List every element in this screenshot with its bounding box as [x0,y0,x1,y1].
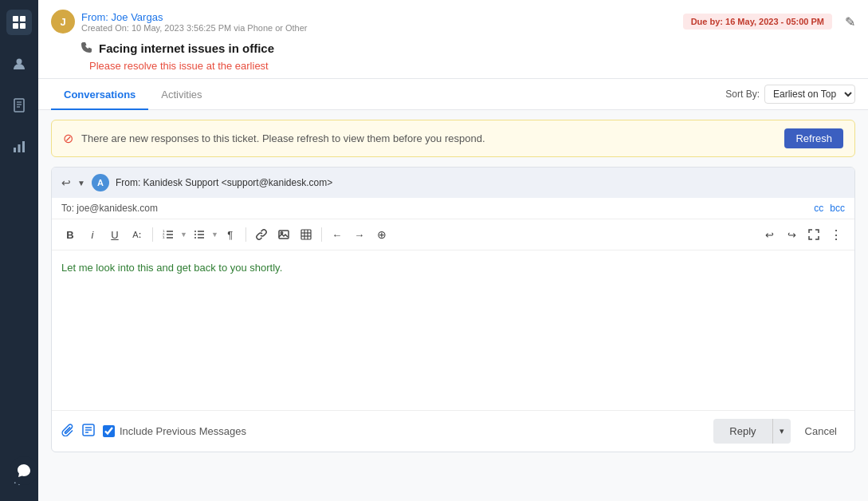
svg-rect-0 [13,16,18,22]
reply-compose-box: ↩ ▼ A From: Kanidesk Support <support@ka… [51,167,855,452]
svg-rect-2 [13,23,18,29]
reply-dropdown-arrow[interactable]: ▾ [772,419,791,444]
reply-footer: Include Previous Messages Reply ▾ Cancel [52,410,854,452]
main-content: J From: Joe Vargas Created On: 10 May, 2… [38,0,868,501]
ticket-header: J From: Joe Vargas Created On: 10 May, 2… [38,0,868,79]
insert-template-button[interactable] [82,424,95,440]
sidebar-icon-chart[interactable] [6,134,32,160]
ticket-description: Please resolve this issue at the earlies… [51,58,855,72]
include-previous-label[interactable]: Include Previous Messages [103,425,246,437]
ticket-from-name: From: Joe Vargas [81,11,677,23]
sort-by-label: Sort By: [725,89,760,100]
toolbar-italic[interactable]: i [82,224,103,245]
refresh-button[interactable]: Refresh [784,128,843,148]
toolbar-underline[interactable]: U [104,224,125,245]
phone-icon [81,41,92,55]
svg-text:3.: 3. [163,235,165,239]
reply-cc-button[interactable]: cc [814,203,823,214]
editor-toolbar: B i U Aː 1.2.3. ▼ ▼ ¶ [52,219,854,250]
svg-point-24 [194,237,196,239]
toolbar-paragraph[interactable]: ¶ [220,224,241,245]
from-value: Joe Vargas [112,11,163,23]
unordered-list-dropdown[interactable]: ▼ [211,231,218,239]
toolbar-right-actions: ↩ ↪ ⋮ [759,224,846,245]
reply-header: ↩ ▼ A From: Kanidesk Support <support@ka… [52,168,854,198]
toolbar-table[interactable] [296,224,316,245]
toolbar-separator-3 [321,227,322,242]
notification-text: There are new responses to this ticket. … [81,132,776,144]
svg-point-4 [17,59,22,65]
toolbar-redo[interactable]: ↪ [781,224,802,245]
toolbar-bold[interactable]: B [60,224,81,245]
svg-point-22 [194,231,196,232]
svg-rect-25 [279,231,289,239]
sidebar-icon-contacts[interactable] [6,51,32,77]
svg-rect-1 [20,16,26,22]
reply-from-avatar: A [92,174,109,191]
reply-body-text: Let me look into this and get back to yo… [61,262,282,274]
svg-point-23 [194,234,196,235]
reply-to-row: To: joe@kanidesk.com cc bcc [52,198,854,219]
toolbar-font-size[interactable]: Aː [127,224,147,245]
include-previous-checkbox[interactable] [103,425,115,437]
tab-conversations[interactable]: Conversations [51,79,148,110]
reply-to-label: To: joe@kanidesk.com [61,203,814,214]
svg-rect-10 [18,144,21,152]
sort-select[interactable]: Earliest on Top [764,85,855,104]
toolbar-link[interactable] [251,224,272,245]
sidebar-icon-book[interactable] [6,93,32,118]
svg-rect-5 [14,99,24,112]
avatar: J [51,10,75,34]
attach-file-button[interactable] [61,424,74,440]
toolbar-arrow-right[interactable]: → [349,224,370,245]
tabs-row: Conversations Activities Sort By: Earlie… [38,79,868,110]
svg-rect-11 [22,141,25,152]
include-previous-text: Include Previous Messages [120,425,246,437]
tab-activities[interactable]: Activities [148,79,214,110]
cancel-button[interactable]: Cancel [797,419,845,444]
toolbar-arrow-left[interactable]: ← [327,224,348,245]
sort-by: Sort By: Earliest on Top [725,85,855,104]
toolbar-separator-1 [152,227,153,242]
reply-bcc-button[interactable]: bcc [830,203,845,214]
warning-icon: ⊘ [63,131,73,146]
toolbar-ordered-list[interactable]: 1.2.3. [158,224,179,245]
reply-dropdown-icon[interactable]: ▼ [77,179,85,187]
reply-editor[interactable]: Let me look into this and get back to yo… [52,250,854,410]
conversations-area: ⊘ There are new responses to this ticket… [38,110,868,501]
reply-back-icon[interactable]: ↩ [61,176,71,189]
toolbar-image[interactable] [273,224,294,245]
reply-button-group: Reply ▾ [713,419,790,444]
toolbar-expand[interactable] [803,224,824,245]
toolbar-undo[interactable]: ↩ [759,224,780,245]
sidebar-icon-grid[interactable] [6,10,32,35]
toolbar-unordered-list[interactable] [189,224,210,245]
reply-button[interactable]: Reply [713,419,772,444]
toolbar-separator-2 [245,227,246,242]
edit-icon[interactable]: ✎ [845,14,855,30]
ordered-list-dropdown[interactable]: ▼ [180,231,187,239]
chat-fab[interactable] [10,456,38,485]
svg-rect-27 [301,230,311,239]
notification-banner: ⊘ There are new responses to this ticket… [51,120,855,157]
toolbar-plus[interactable]: ⊕ [371,224,392,245]
reply-from-text: From: Kanidesk Support <support@kanidesk… [116,177,332,188]
toolbar-more[interactable]: ⋮ [826,224,846,245]
svg-rect-3 [20,23,26,29]
ticket-created: Created On: 10 May, 2023 3:56:25 PM via … [81,23,677,33]
svg-rect-9 [14,148,16,152]
ticket-from-info: From: Joe Vargas Created On: 10 May, 202… [81,11,677,33]
due-badge: Due by: 16 May, 2023 - 05:00 PM [683,14,832,30]
ticket-subject: Facing internet issues in office [99,41,274,55]
sidebar [0,0,38,501]
footer-actions: Reply ▾ Cancel [713,419,845,444]
from-label: From: [81,11,108,23]
